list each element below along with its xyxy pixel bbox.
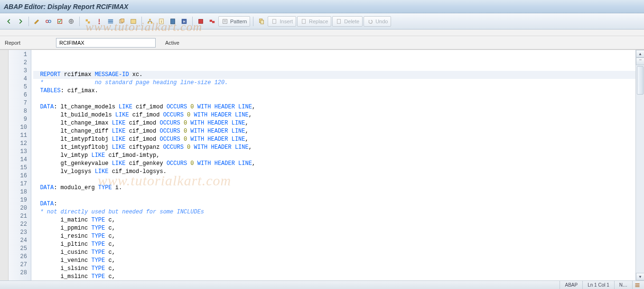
svg-rect-20 <box>171 19 175 24</box>
code-line[interactable]: TABLES: cif_imax. <box>33 87 635 95</box>
code-line[interactable]: i_slsinc TYPE c, <box>33 265 635 273</box>
line-number: 15 <box>9 164 31 172</box>
code-line[interactable]: i_cusinc TYPE c, <box>33 249 635 257</box>
line-number: 21 <box>9 212 31 221</box>
svg-rect-32 <box>635 283 640 284</box>
undo-button[interactable]: Undo <box>364 16 391 27</box>
status-position: Ln 1 Col 1 <box>582 281 614 289</box>
object-list-button[interactable] <box>105 16 116 27</box>
svg-rect-5 <box>86 19 88 21</box>
delete-label: Delete <box>344 19 359 24</box>
replace-icon <box>300 18 307 25</box>
vertical-scrollbar[interactable]: ▲ ⎺ ▼ <box>635 50 644 280</box>
insert-button[interactable]: Insert <box>268 16 296 27</box>
line-number: 26 <box>9 253 31 261</box>
svg-rect-13 <box>121 19 124 22</box>
fullscreen-button[interactable] <box>128 16 139 27</box>
code-line[interactable]: i_ppminc TYPE c, <box>33 224 635 232</box>
code-line[interactable]: i_resinc TYPE c, <box>33 232 635 241</box>
display-change-button[interactable] <box>32 16 42 27</box>
line-number-gutter[interactable]: 1234567891011121314151617181920212223242… <box>9 50 31 280</box>
toolbar-separator <box>79 17 80 26</box>
code-line[interactable] <box>33 95 635 103</box>
insert-label: Insert <box>280 19 293 24</box>
abap-help-button[interactable]: H <box>179 16 189 27</box>
line-number: 12 <box>9 140 31 148</box>
code-line[interactable]: DATA: <box>33 200 635 208</box>
line-number: 17 <box>9 180 31 188</box>
line-number: 3 <box>9 67 31 75</box>
svg-rect-15 <box>149 19 151 20</box>
line-number: 23 <box>9 229 31 237</box>
code-line[interactable]: i_veninc TYPE c, <box>33 257 635 265</box>
line-number: 20 <box>9 204 31 212</box>
code-line[interactable]: lt_build_models LIKE cif_imod OCCURS 0 W… <box>33 111 635 119</box>
pretty-printer-button[interactable] <box>196 16 206 27</box>
report-status: Active <box>165 40 179 46</box>
code-line[interactable]: lt_change_imax LIKE cif_imod OCCURS 0 WI… <box>33 119 635 127</box>
code-line[interactable]: lt_imtypfltobj LIKE cif_imod OCCURS 0 WI… <box>33 135 635 144</box>
replace-button[interactable]: Replace <box>297 16 331 27</box>
line-number: 24 <box>9 237 31 245</box>
code-line[interactable]: i_matinc TYPE c, <box>33 216 635 224</box>
report-name-input[interactable] <box>56 38 156 48</box>
find-button[interactable] <box>207 16 217 27</box>
scroll-up-arrow-icon[interactable]: ▲ <box>636 50 644 58</box>
code-line[interactable]: lv_imtyp LIKE cif_imod-imtyp, <box>33 152 635 160</box>
code-line[interactable]: gt_genkeyvalue LIKE cif_genkey OCCURS 0 … <box>33 160 635 168</box>
pattern-label: Pattern <box>230 19 247 24</box>
code-line[interactable]: it_imtypfltobj LIKE ciftypanz OCCURS 0 W… <box>33 144 635 152</box>
test-button[interactable] <box>66 16 76 27</box>
code-line[interactable]: i_pltinc TYPE c, <box>33 241 635 249</box>
line-number: 2 <box>9 59 31 67</box>
insert-icon <box>271 18 278 25</box>
svg-point-0 <box>46 20 48 22</box>
code-line[interactable]: REPORT rcifimax MESSAGE-ID xc. <box>33 71 635 79</box>
line-number: 10 <box>9 124 31 132</box>
code-line[interactable]: lt_change_diff LIKE cif_imod OCCURS 0 WI… <box>33 127 635 135</box>
code-content[interactable]: www.tutorialkart.com REPORT rcifimax MES… <box>31 50 635 280</box>
line-number: 8 <box>9 107 31 116</box>
svg-rect-17 <box>151 22 153 23</box>
code-line[interactable] <box>33 192 635 200</box>
code-line[interactable]: DATA: modulo_erg TYPE i. <box>33 184 635 192</box>
code-line[interactable]: * no standard page heading line-size 120… <box>33 79 635 87</box>
status-menu-icon[interactable] <box>632 281 642 289</box>
svg-rect-31 <box>337 19 341 23</box>
where-used-button[interactable] <box>83 16 93 27</box>
activate-button[interactable] <box>55 16 65 27</box>
window-title: ABAP Editor: Display Report RCIFIMAX <box>4 3 128 10</box>
svg-rect-33 <box>635 285 640 286</box>
toolbar-separator <box>141 17 142 26</box>
scroll-thumb[interactable] <box>637 66 644 95</box>
undo-label: Undo <box>375 19 388 24</box>
window-title-bar: ABAP Editor: Display Report RCIFIMAX <box>0 0 644 13</box>
svg-rect-10 <box>108 21 113 22</box>
line-number: 9 <box>9 116 31 124</box>
code-line[interactable]: * not directly used but needed for some … <box>33 208 635 216</box>
code-line[interactable]: i_mslinc TYPE c, <box>33 273 635 280</box>
delete-button[interactable]: Delete <box>332 16 363 27</box>
scroll-down-arrow-icon[interactable]: ▼ <box>636 273 644 280</box>
code-line[interactable]: DATA: lt_change_models LIKE cif_imod OCC… <box>33 103 635 111</box>
breakpoint-button[interactable] <box>94 16 104 27</box>
svg-rect-34 <box>635 286 640 287</box>
svg-point-1 <box>48 20 51 22</box>
report-field-row: Report Active <box>0 36 644 49</box>
nav-forward-button[interactable] <box>15 16 26 27</box>
pattern-button[interactable]: Pattern <box>218 16 250 27</box>
line-number: 11 <box>9 132 31 140</box>
code-line[interactable] <box>33 176 635 184</box>
hierarchy-button[interactable] <box>145 16 155 27</box>
line-number: 5 <box>9 83 31 91</box>
check-button[interactable] <box>43 16 54 27</box>
undo-icon <box>367 18 373 25</box>
nav-stack-button[interactable] <box>117 16 127 27</box>
code-line[interactable]: lv_logsys LIKE cif_imod-logsys. <box>33 168 635 176</box>
set-breakpoint-button[interactable] <box>168 16 178 27</box>
other-object-button[interactable] <box>256 16 267 27</box>
svg-point-4 <box>70 20 72 22</box>
help-button[interactable]: i <box>156 16 167 27</box>
scroll-top-arrow-icon[interactable]: ⎺ <box>636 58 644 65</box>
nav-back-button[interactable] <box>4 16 14 27</box>
